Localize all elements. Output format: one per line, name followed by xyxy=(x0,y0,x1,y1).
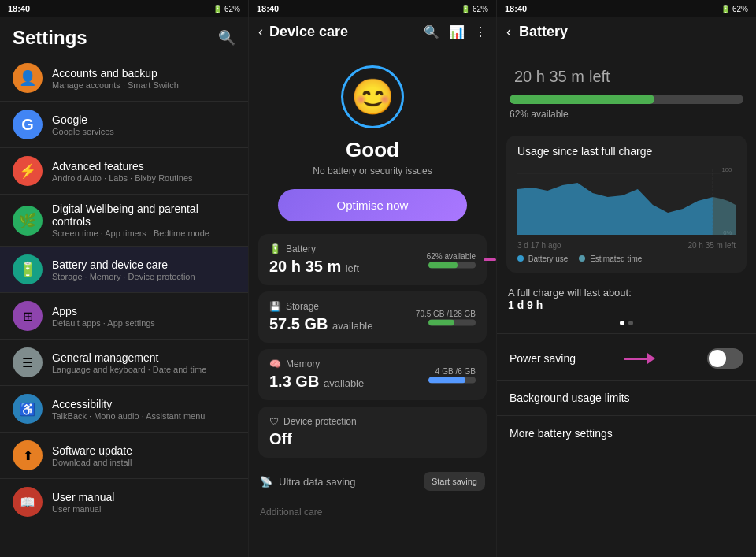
ultra-data-row[interactable]: 📡 Ultra data saving Start saving xyxy=(249,464,496,499)
back-icon-2[interactable]: ‹ xyxy=(258,24,263,40)
legend-battery: Battery use xyxy=(517,254,568,263)
general-title: General management xyxy=(52,351,235,364)
google-title: Google xyxy=(52,113,235,126)
battery-main: 20 h 35 mleft 62% available xyxy=(497,46,756,136)
chart-label-right: 20 h 35 m left xyxy=(687,241,736,250)
battery-device-icon: 🔋 xyxy=(13,254,43,284)
status-bar-2: 18:40 🔋 62% xyxy=(249,0,496,17)
more-settings-label: More battery settings xyxy=(510,427,613,440)
memory-label: Memory xyxy=(286,358,320,369)
settings-item-wellbeing[interactable]: 🌿 Digital Wellbeing and parental control… xyxy=(0,195,248,247)
care-item-protection[interactable]: 🛡 Device protection Off xyxy=(258,407,487,458)
legend-dot-battery xyxy=(517,255,524,262)
accessibility-title: Accessibility xyxy=(52,398,235,410)
advanced-subtitle: Android Auto · Labs · Bixby Routines xyxy=(52,173,235,183)
settings-item-accounts[interactable]: 👤 Accounts and backup Manage accounts · … xyxy=(0,55,248,102)
accounts-icon: 👤 xyxy=(13,63,43,93)
status-time-3: 18:40 xyxy=(505,4,527,13)
general-subtitle: Language and keyboard · Date and time xyxy=(52,365,235,374)
status-time-2: 18:40 xyxy=(257,4,279,13)
legend-estimated: Estimated time xyxy=(579,254,642,263)
software-icon: ⬆ xyxy=(13,440,43,470)
optimise-button[interactable]: Optimise now xyxy=(278,189,467,221)
battery-bar-fill xyxy=(428,262,458,268)
device-care-title: Device care xyxy=(269,24,417,40)
power-saving-label: Power saving xyxy=(510,352,576,365)
battery-panel: 18:40 🔋 62% ‹ Battery 20 h 35 mleft 62% … xyxy=(496,0,756,557)
battery-icon-2: 🔋 xyxy=(461,5,470,13)
battery-title: Battery and device care xyxy=(52,258,235,271)
protection-icon: 🛡 xyxy=(269,416,279,427)
settings-item-manual[interactable]: 📖 User manual User manual xyxy=(0,479,248,525)
manual-title: User manual xyxy=(52,491,235,503)
care-item-battery[interactable]: 🔋 Battery 20 h 35 m left 62% available xyxy=(258,234,487,285)
storage-icon: 💾 xyxy=(269,301,281,312)
ultra-icon: 📡 xyxy=(260,476,272,488)
background-limits-label: Background usage limits xyxy=(510,392,630,404)
accessibility-icon: ♿ xyxy=(13,394,43,424)
care-item-storage[interactable]: 💾 Storage 57.5 GB available 70.5 GB /128… xyxy=(258,291,487,343)
apps-icon: ⊞ xyxy=(13,301,43,331)
chart-legend: Battery use Estimated time xyxy=(517,254,736,263)
memory-bar-label: 4 GB /6 GB xyxy=(435,366,476,375)
care-items-list: 🔋 Battery 20 h 35 m left 62% available 💾 xyxy=(249,234,496,458)
battery-bar-label: 62% available xyxy=(427,251,476,260)
more-icon-2[interactable]: ⋮ xyxy=(474,24,487,39)
search-icon-2[interactable]: 🔍 xyxy=(424,24,439,39)
settings-item-general[interactable]: ☰ General management Language and keyboa… xyxy=(0,340,248,386)
advanced-title: Advanced features xyxy=(52,160,235,173)
manual-subtitle: User manual xyxy=(52,504,235,514)
usage-chart: 100 0% xyxy=(517,165,736,236)
chart-labels: 3 d 17 h ago 20 h 35 m left xyxy=(517,241,736,250)
background-limits-option[interactable]: Background usage limits xyxy=(497,381,756,416)
software-title: Software update xyxy=(52,444,235,457)
power-saving-option[interactable]: Power saving xyxy=(497,337,756,381)
accounts-title: Accounts and backup xyxy=(52,67,235,80)
storage-label: Storage xyxy=(286,301,319,312)
battery-progress-fill xyxy=(510,95,654,104)
google-icon: G xyxy=(13,110,43,139)
settings-item-apps[interactable]: ⊞ Apps Default apps · App settings xyxy=(0,293,248,340)
power-saving-toggle[interactable] xyxy=(707,348,743,369)
more-settings-option[interactable]: More battery settings xyxy=(497,416,756,451)
chart-icon-2[interactable]: 📊 xyxy=(449,24,465,39)
status-bar-3: 18:40 🔋 62% xyxy=(497,0,756,17)
accessibility-subtitle: TalkBack · Mono audio · Assistant menu xyxy=(52,411,235,421)
battery-pct-2: 62% xyxy=(472,5,488,13)
good-subtitle: No battery or security issues xyxy=(313,165,432,176)
battery-progress xyxy=(510,95,743,104)
settings-panel: 18:40 🔋 62% Settings 🔍 👤 Accounts and ba… xyxy=(0,0,248,557)
battery-icon-3: 🔋 xyxy=(721,5,730,13)
search-icon[interactable]: 🔍 xyxy=(218,29,235,46)
battery-bar-wrap xyxy=(428,262,476,268)
general-icon: ☰ xyxy=(13,347,43,377)
settings-item-google[interactable]: G Google Google services xyxy=(0,102,248,148)
battery-available: 62% available xyxy=(510,109,743,120)
settings-item-battery[interactable]: 🔋 Battery and device care Storage · Memo… xyxy=(0,247,248,293)
settings-item-advanced[interactable]: ⚡ Advanced features Android Auto · Labs … xyxy=(0,148,248,195)
battery-subtitle: Storage · Memory · Device protection xyxy=(52,272,235,281)
advanced-icon: ⚡ xyxy=(13,156,43,186)
toggle-knob xyxy=(709,350,726,367)
settings-item-software[interactable]: ⬆ Software update Download and install xyxy=(0,433,248,479)
settings-item-accessibility[interactable]: ♿ Accessibility TalkBack · Mono audio · … xyxy=(0,386,248,433)
settings-title: Settings xyxy=(13,27,87,49)
divider-1 xyxy=(497,333,756,334)
start-saving-button[interactable]: Start saving xyxy=(424,472,485,491)
wellbeing-icon: 🌿 xyxy=(13,206,43,236)
dot-indicator xyxy=(497,316,756,330)
google-subtitle: Google services xyxy=(52,127,235,136)
dot-2 xyxy=(628,321,633,325)
status-icons-3: 🔋 62% xyxy=(721,5,748,13)
annotation-arrow-2 xyxy=(484,254,496,266)
battery-chart-svg: 100 0% xyxy=(517,165,736,236)
full-charge-value: 1 d 9 h xyxy=(508,299,745,311)
full-charge-section: A full charge will last about: 1 d 9 h xyxy=(497,279,756,316)
care-item-memory[interactable]: 🧠 Memory 1.3 GB available 4 GB /6 GB xyxy=(258,349,487,400)
back-icon-3[interactable]: ‹ xyxy=(506,24,511,40)
memory-bar-fill xyxy=(428,377,465,383)
usage-title: Usage since last full charge xyxy=(517,145,736,158)
storage-bar-label: 70.5 GB /128 GB xyxy=(416,309,476,317)
legend-dot-estimated xyxy=(579,255,585,262)
device-care-top: 😊 Good No battery or security issues Opt… xyxy=(249,46,496,234)
